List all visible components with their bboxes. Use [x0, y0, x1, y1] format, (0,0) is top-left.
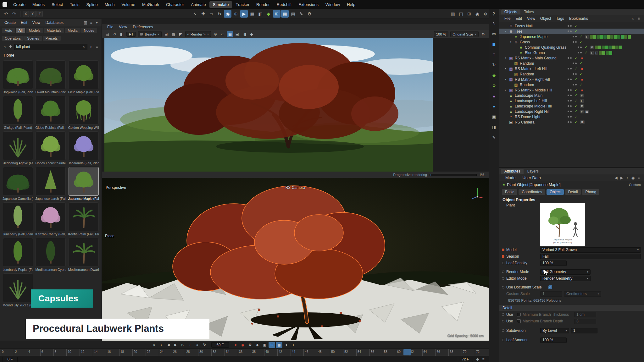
go-start-icon[interactable]: «: [151, 342, 157, 348]
key-icon[interactable]: ◆: [475, 356, 480, 362]
interactive-render-icon[interactable]: ◧: [257, 10, 264, 18]
rendered-image[interactable]: [102, 38, 489, 172]
app-logo-icon[interactable]: [3, 2, 7, 7]
menu-item-mesh[interactable]: Mesh: [101, 1, 118, 8]
menu-item-volume[interactable]: Volume: [118, 1, 139, 8]
modeling-axis-icon[interactable]: ✎: [297, 10, 305, 18]
lock-layout-icon[interactable]: ⊘: [482, 10, 489, 18]
menu-item-edit[interactable]: Edit: [18, 20, 30, 25]
asset-tile-selected[interactable]: Japanese Maple (Fall, ...: [68, 167, 99, 200]
clear-search-icon[interactable]: ×: [82, 45, 86, 49]
render-mode-select[interactable]: Full Geometry▾: [540, 269, 591, 275]
object-tag-icon[interactable]: F: [595, 51, 598, 55]
viewport-camera-label[interactable]: RS Camera: [286, 185, 305, 190]
visibility-dots[interactable]: [568, 30, 575, 32]
record-icon[interactable]: ●: [232, 342, 239, 348]
viewport-view-menu[interactable]: Perspective: [106, 185, 126, 190]
last-tool-icon[interactable]: ◉: [224, 10, 231, 18]
ab-split-icon[interactable]: ◨: [241, 31, 248, 37]
prev-key-icon[interactable]: ‹: [158, 342, 164, 348]
enabled-check-icon[interactable]: ✓: [575, 67, 580, 71]
object-tree-row[interactable]: ▾⊕Tree✓: [499, 29, 644, 34]
asset-tile[interactable]: Kanzan Cherry (Fall, Pl...: [35, 202, 66, 236]
expand-arrow[interactable]: ▾: [505, 78, 508, 81]
asset-tile[interactable]: Japanese Camellia (Fal...: [3, 167, 33, 200]
anim-dot[interactable]: [502, 286, 504, 288]
region-icon[interactable]: ▭: [219, 31, 226, 37]
key-position-icon[interactable]: ◆: [254, 342, 261, 348]
menu-item-select[interactable]: Select: [48, 1, 66, 8]
menu-item-view[interactable]: View: [30, 20, 43, 25]
enabled-check-icon[interactable]: ✓: [585, 45, 590, 49]
asset-tile[interactable]: Mediterranean Cypres...: [35, 238, 66, 272]
asset-tile[interactable]: Mound Lily Yucca (Fall...: [3, 273, 33, 307]
channel-icon[interactable]: ▩: [170, 31, 177, 37]
autokey-icon[interactable]: ◉: [240, 342, 246, 348]
sec-tab-coordinates[interactable]: Coordinates: [519, 189, 545, 195]
menu-item-redshift[interactable]: Redshift: [273, 1, 295, 8]
enabled-check-icon[interactable]: ✓: [575, 88, 580, 92]
visibility-dots[interactable]: [568, 79, 575, 80]
box-select-icon[interactable]: ▭: [490, 30, 498, 37]
select-tool-icon[interactable]: ↖: [490, 19, 498, 27]
live-selection-icon[interactable]: ↖: [191, 10, 199, 18]
min-branch-checkbox[interactable]: [517, 313, 521, 316]
enabled-check-icon[interactable]: ✓: [575, 77, 580, 81]
chip-media[interactable]: Media: [65, 28, 80, 33]
object-tree-row[interactable]: ▾▦RS Matrix - Left Hill✓■: [499, 66, 644, 71]
undo-icon[interactable]: ↶: [2, 10, 10, 18]
loop-icon[interactable]: ↻: [201, 342, 208, 348]
object-tree-row[interactable]: ▾▦RS Matrix - Right Hill✓■: [499, 77, 644, 82]
menu-item-animate[interactable]: Animate: [187, 1, 209, 8]
object-tree-row[interactable]: ▸▦RS Matrix - Middle Hill✓■: [499, 87, 644, 93]
max-branch-field[interactable]: 3: [574, 319, 596, 324]
object-tag-icon[interactable]: ▦: [585, 110, 589, 113]
axis-x-button[interactable]: X: [23, 11, 29, 17]
play-icon[interactable]: ▶: [172, 342, 179, 348]
visibility-dots[interactable]: [568, 57, 575, 59]
keyframe-settings-icon[interactable]: ⚙: [247, 342, 253, 348]
preset-label[interactable]: Custom: [629, 183, 641, 187]
menu-item-file[interactable]: File: [502, 16, 513, 21]
menu-item-spline[interactable]: Spline: [83, 1, 101, 8]
search-icon[interactable]: ○: [630, 16, 636, 21]
camera-tool-icon[interactable]: ▣: [490, 113, 498, 120]
expand-arrow[interactable]: ▾: [505, 57, 508, 59]
visibility-dots[interactable]: [573, 63, 580, 64]
chip-nodes[interactable]: Nodes: [81, 28, 97, 33]
asset-tile[interactable]: Juneberry (Fall, Plant): [3, 202, 33, 236]
asset-tile[interactable]: Honey Locust 'Sunbur...: [35, 131, 66, 165]
enabled-check-icon[interactable]: ✓: [575, 99, 580, 103]
sec-tab-detail[interactable]: Detail: [565, 189, 581, 195]
alpha-icon[interactable]: ◩: [177, 31, 184, 37]
range-end-field[interactable]: 72 F: [458, 357, 473, 362]
object-tree-row[interactable]: ◓RS Dome Light✓: [499, 114, 644, 119]
anim-dot[interactable]: [502, 329, 504, 332]
chip-materials[interactable]: Materials: [44, 28, 64, 33]
add-folder-icon[interactable]: ✚: [8, 44, 13, 50]
visibility-dots[interactable]: [573, 73, 580, 75]
new-window-icon[interactable]: ⊞: [465, 10, 473, 18]
plant-preview-thumbnail[interactable]: Japanese Maple (Acer palmatum): [540, 203, 585, 246]
menu-item-view[interactable]: View: [116, 25, 130, 30]
scale-tool-icon[interactable]: ▱: [208, 10, 215, 18]
anim-dot[interactable]: [502, 339, 504, 341]
visibility-dots[interactable]: [573, 84, 580, 85]
display-toggle-icon[interactable]: ◨: [490, 123, 498, 131]
anim-dot[interactable]: [502, 320, 504, 322]
home-icon[interactable]: ⌂: [2, 44, 8, 50]
menu-item-render[interactable]: Render: [253, 1, 273, 8]
settings-gear-icon[interactable]: ⚙: [490, 82, 498, 89]
visibility-dots[interactable]: [578, 47, 585, 48]
menu-item-tags[interactable]: Tags: [554, 16, 567, 21]
editor-mode-select[interactable]: Render Geometry▾: [540, 276, 591, 281]
key-parameter-icon[interactable]: ⊞: [269, 342, 275, 348]
menu-item-view[interactable]: View: [525, 16, 538, 21]
asset-tile[interactable]: Mediterranean Dwarf ...: [68, 238, 99, 272]
lock-icon[interactable]: ⊘: [212, 31, 219, 37]
visibility-dots[interactable]: [573, 41, 580, 43]
chip-auto[interactable]: Auto: [2, 28, 15, 33]
range-start-field[interactable]: 0 F: [3, 357, 18, 362]
next-frame-icon[interactable]: ▷: [180, 342, 186, 348]
anim-dot[interactable]: [502, 313, 504, 316]
